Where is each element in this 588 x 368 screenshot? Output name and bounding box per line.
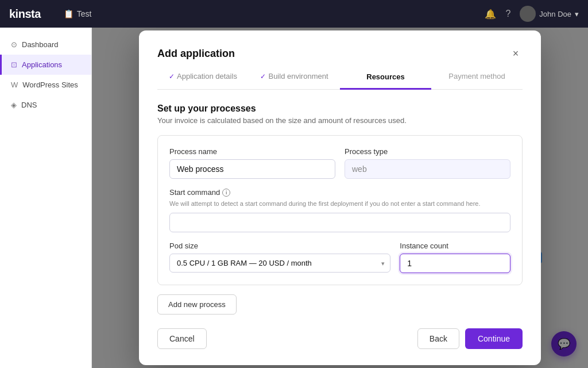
page-title-area: 📋 Test (64, 9, 92, 18)
main-layout: ⊙ Dashboard ⊡ Applications W WordPress S… (0, 28, 588, 368)
sidebar-label-applications: Applications (22, 60, 62, 69)
topbar: kinsta 📋 Test 🔔 ? John Doe ▾ (0, 0, 588, 28)
pod-size-select[interactable]: 0.5 CPU / 1 GB RAM — 20 USD / month 1 CP… (169, 254, 390, 273)
steps-nav: ✓ Application details ✓ Build environmen… (157, 72, 523, 90)
step-build-environment[interactable]: ✓ Build environment (249, 72, 340, 89)
start-command-group: Start command i We will attempt to detec… (169, 188, 510, 232)
add-application-modal: Add application × ✓ Application details … (139, 30, 541, 365)
section-desc: Your invoice is calculated based on the … (157, 116, 523, 125)
dashboard-icon: ⊙ (11, 40, 17, 49)
chevron-down-icon: ▾ (575, 10, 579, 18)
sidebar-label-dns: DNS (21, 101, 37, 109)
pod-instance-row: Pod size 0.5 CPU / 1 GB RAM — 20 USD / m… (169, 241, 510, 273)
step-label-2: Build environment (268, 72, 328, 80)
sidebar-label-wordpress: WordPress Sites (22, 80, 78, 89)
content-area: Add application × ✓ Application details … (92, 28, 588, 368)
instance-count-input[interactable] (400, 254, 510, 273)
topbar-right: 🔔 ? John Doe ▾ (485, 6, 579, 22)
sidebar-item-wordpress[interactable]: W WordPress Sites (0, 75, 91, 95)
step-label-4: Payment method (448, 72, 505, 80)
process-name-group: Process name (169, 147, 335, 179)
name-type-row: Process name Process type (169, 147, 510, 179)
bell-icon[interactable]: 🔔 (485, 9, 496, 20)
page-title-text: Test (77, 9, 92, 18)
user-name: John Doe (539, 10, 571, 18)
app-background: kinsta 📋 Test 🔔 ? John Doe ▾ ⊙ Dashboard… (0, 0, 588, 368)
info-icon[interactable]: i (222, 189, 230, 197)
start-command-hint: We will attempt to detect a start comman… (169, 200, 510, 207)
process-card: Process name Process type Start co (157, 135, 523, 285)
back-button[interactable]: Back (417, 328, 459, 349)
process-type-label: Process type (345, 147, 510, 156)
close-button[interactable]: × (509, 47, 523, 60)
check-icon-1: ✓ (169, 72, 175, 80)
check-icon-2: ✓ (260, 72, 266, 80)
modal-title: Add application (157, 48, 235, 60)
process-type-group: Process type (345, 147, 510, 179)
instance-count-label: Instance count (400, 241, 510, 250)
help-icon[interactable]: ? (505, 9, 510, 19)
modal-footer: Cancel Back Continue (157, 328, 523, 349)
sidebar-item-applications[interactable]: ⊡ Applications (0, 55, 91, 75)
pod-size-label: Pod size (169, 241, 390, 250)
step-label-1: Application details (177, 72, 237, 80)
start-command-input[interactable] (169, 213, 510, 232)
wordpress-icon: W (11, 80, 18, 89)
pod-size-group: Pod size 0.5 CPU / 1 GB RAM — 20 USD / m… (169, 241, 390, 273)
cancel-button[interactable]: Cancel (157, 328, 207, 349)
continue-button[interactable]: Continue (465, 328, 523, 349)
step-label-3: Resources (366, 72, 404, 81)
process-type-input[interactable] (345, 159, 510, 179)
modal-header: Add application × (157, 47, 523, 60)
avatar (520, 6, 536, 22)
process-name-input[interactable] (169, 159, 335, 179)
start-command-label: Start command i (169, 188, 510, 197)
process-name-label: Process name (169, 147, 335, 156)
logo: kinsta (9, 7, 41, 21)
section-title: Set up your processes (157, 103, 523, 114)
dns-icon: ◈ (11, 101, 17, 109)
sidebar-item-dashboard[interactable]: ⊙ Dashboard (0, 34, 91, 55)
step-resources[interactable]: Resources (340, 72, 431, 90)
footer-right-buttons: Back Continue (417, 328, 523, 349)
instance-count-group: Instance count (400, 241, 510, 273)
sidebar-label-dashboard: Dashboard (22, 40, 59, 49)
user-menu[interactable]: John Doe ▾ (520, 6, 579, 22)
page-icon: 📋 (64, 9, 74, 18)
modal-overlay: Add application × ✓ Application details … (92, 28, 588, 368)
step-payment-method[interactable]: Payment method (431, 72, 523, 89)
add-new-process-button[interactable]: Add new process (157, 294, 237, 315)
applications-icon: ⊡ (11, 60, 17, 69)
step-application-details[interactable]: ✓ Application details (157, 72, 249, 89)
sidebar-item-dns[interactable]: ◈ DNS (0, 95, 91, 115)
pod-select-wrapper: 0.5 CPU / 1 GB RAM — 20 USD / month 1 CP… (169, 254, 390, 273)
sidebar: ⊙ Dashboard ⊡ Applications W WordPress S… (0, 28, 92, 368)
